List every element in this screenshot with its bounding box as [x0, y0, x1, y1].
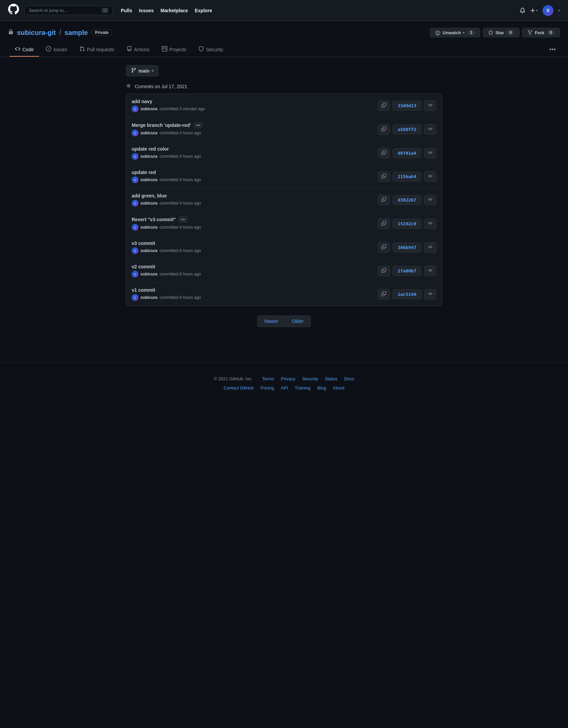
tab-code[interactable]: Code	[10, 43, 39, 57]
repo-owner-link[interactable]: subicura-git	[17, 29, 56, 37]
footer-pricing-link[interactable]: Pricing	[261, 385, 274, 390]
commit-meta: s subicura committed 4 hours ago	[132, 176, 374, 183]
nav-explore[interactable]: Explore	[195, 8, 212, 13]
commit-actions: d382267	[378, 195, 436, 205]
footer-contact-link[interactable]: Contact GitHub	[224, 385, 254, 390]
browse-files-button[interactable]	[424, 242, 436, 253]
tab-pull-requests[interactable]: Pull requests	[74, 43, 120, 57]
commit-title: v2 commit	[132, 264, 374, 269]
browse-files-button[interactable]	[424, 266, 436, 276]
commit-hash-button[interactable]: 1ac5146	[393, 289, 421, 299]
commit-ellipsis-button[interactable]: •••	[194, 122, 203, 128]
projects-tab-icon	[162, 46, 167, 53]
tab-actions[interactable]: Actions	[121, 43, 155, 57]
copy-sha-button[interactable]	[378, 289, 390, 300]
user-avatar[interactable]: S	[543, 5, 553, 16]
copy-sha-button[interactable]	[378, 266, 390, 276]
browse-files-button[interactable]	[424, 100, 436, 111]
commit-author[interactable]: subicura	[140, 225, 157, 230]
footer-api-link[interactable]: API	[281, 385, 288, 390]
star-count: 0	[507, 30, 514, 35]
more-tabs-button[interactable]: •••	[547, 43, 558, 56]
browse-files-button[interactable]	[424, 289, 436, 300]
commit-title-text: Revert "v3 commit"	[132, 217, 176, 222]
star-button[interactable]: Star 0	[483, 28, 519, 37]
navbar-right: ▾ S ▾	[520, 5, 560, 16]
commit-author[interactable]: subicura	[140, 295, 157, 300]
footer-security-link[interactable]: Security	[302, 376, 318, 381]
tab-security[interactable]: Security	[193, 43, 229, 57]
commit-title-text: v2 commit	[132, 264, 155, 269]
github-logo-icon[interactable]	[8, 4, 19, 17]
avatar: s	[132, 130, 138, 136]
commit-time: committed 4 hours ago	[159, 131, 201, 135]
commit-hash-button[interactable]: 08701a4	[393, 148, 421, 158]
newer-button[interactable]: Newer	[257, 315, 285, 327]
commit-actions: 215ba64	[378, 171, 436, 182]
browse-files-button[interactable]	[424, 171, 436, 182]
copy-sha-button[interactable]	[378, 148, 390, 158]
tab-issues-label: Issues	[53, 47, 67, 52]
copy-sha-button[interactable]	[378, 195, 390, 205]
browse-files-button[interactable]	[424, 195, 436, 205]
commit-hash-button[interactable]: 33d9d23	[393, 101, 421, 111]
copy-sha-button[interactable]	[378, 171, 390, 182]
copy-sha-button[interactable]	[378, 218, 390, 229]
repo-name-link[interactable]: sample	[64, 29, 88, 37]
nav-marketplace[interactable]: Marketplace	[160, 8, 188, 13]
footer-training-link[interactable]: Training	[295, 385, 310, 390]
commit-meta: s subicura committed 4 hours ago	[132, 200, 374, 207]
commit-author[interactable]: subicura	[140, 272, 157, 276]
lock-icon	[8, 29, 14, 36]
commit-hash-button[interactable]: d382267	[393, 195, 421, 205]
search-bar[interactable]: Search or jump to... /	[24, 6, 113, 15]
pagination: Newer Older	[126, 315, 442, 327]
commit-author[interactable]: subicura	[140, 107, 157, 111]
repo-header: subicura-git / sample Private Unwatch ▾ …	[0, 21, 568, 57]
create-new-button[interactable]: ▾	[530, 8, 538, 13]
commit-time: committed 3 minutes ago	[159, 107, 205, 111]
footer-status-link[interactable]: Status	[325, 376, 337, 381]
tab-issues[interactable]: Issues	[40, 43, 72, 57]
commit-hash-button[interactable]: 27a00b7	[393, 266, 421, 276]
commit-time: committed 4 hours ago	[159, 225, 201, 230]
browse-files-button[interactable]	[424, 124, 436, 135]
commit-author[interactable]: subicura	[140, 248, 157, 253]
browse-files-button[interactable]	[424, 218, 436, 229]
nav-issues[interactable]: Issues	[139, 8, 154, 13]
copy-sha-button[interactable]	[378, 124, 390, 135]
footer-docs-link[interactable]: Docs	[344, 376, 354, 381]
commit-meta: s subicura committed 8 hours ago	[132, 294, 374, 301]
commit-author[interactable]: subicura	[140, 131, 157, 135]
commit-title: v3 commit	[132, 241, 374, 246]
unwatch-button[interactable]: Unwatch ▾ 1	[430, 28, 480, 37]
notifications-button[interactable]	[520, 8, 525, 13]
copy-sha-button[interactable]	[378, 100, 390, 111]
commit-meta: s subicura committed 8 hours ago	[132, 247, 374, 254]
footer-blog-link[interactable]: Blog	[317, 385, 326, 390]
copy-sha-button[interactable]	[378, 242, 390, 253]
commit-meta: s subicura committed 3 minutes ago	[132, 106, 374, 112]
commit-author[interactable]: subicura	[140, 154, 157, 159]
browse-files-button[interactable]	[424, 148, 436, 158]
commit-ellipsis-button[interactable]: •••	[178, 216, 188, 223]
commit-author[interactable]: subicura	[140, 177, 157, 182]
footer-terms-link[interactable]: Terms	[262, 376, 274, 381]
older-button[interactable]: Older	[285, 315, 311, 327]
commit-hash-button[interactable]: 306b947	[393, 243, 421, 252]
commit-hash-button[interactable]: 15282c0	[393, 219, 421, 229]
issues-tab-icon	[46, 46, 51, 53]
commit-author[interactable]: subicura	[140, 201, 157, 206]
fork-button[interactable]: Fork 0	[522, 28, 560, 37]
commit-hash-button[interactable]: 215ba64	[393, 172, 421, 181]
nav-pulls[interactable]: Pulls	[121, 8, 132, 13]
commit-title: Revert "v3 commit" •••	[132, 216, 374, 223]
tab-projects[interactable]: Projects	[156, 43, 192, 57]
branch-selector[interactable]: main ▾	[126, 65, 158, 76]
footer-privacy-link[interactable]: Privacy	[281, 376, 296, 381]
commit-meta: s subicura committed 4 hours ago	[132, 130, 374, 136]
commit-hash-button[interactable]: a580ff2	[393, 124, 421, 134]
footer-about-link[interactable]: About	[333, 385, 344, 390]
commit-info: v3 commit s subicura committed 8 hours a…	[132, 241, 374, 254]
commit-actions: 1ac5146	[378, 289, 436, 300]
